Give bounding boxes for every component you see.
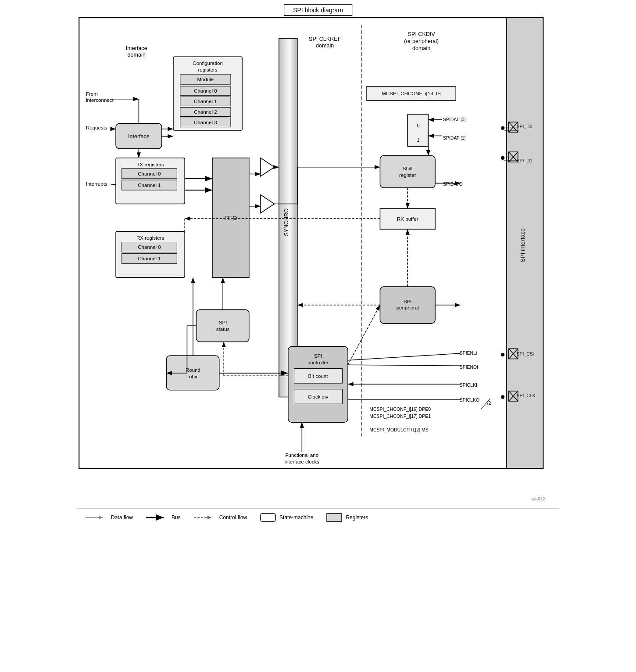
spiclki-label: SPICLKI <box>460 383 477 388</box>
svg-line-58 <box>348 353 461 360</box>
tx-ch1-label: Channel 1 <box>138 183 161 188</box>
svg-rect-99 <box>261 514 275 521</box>
rx-ch1-label: Channel 1 <box>138 256 161 261</box>
legend-state-machine: State-machine <box>260 513 313 522</box>
interface-domain-label2: domain <box>128 52 146 58</box>
svg-marker-26 <box>261 195 274 213</box>
state-machine-label: State-machine <box>279 514 313 521</box>
bus-label: Bus <box>172 514 181 521</box>
rx-ch0-label: Channel 0 <box>138 244 161 250</box>
interrupts-label: Interrupts <box>86 181 107 187</box>
spi-peripheral-label2: peripheral <box>397 305 419 310</box>
mux-0-label: 0 <box>417 123 419 128</box>
legend-registers: Registers <box>326 513 368 522</box>
mcspi16-label: MCSPI_CHCONF_i[16] DPE0 <box>369 407 431 412</box>
control-flow-label: Control flow <box>219 514 247 521</box>
rx-registers-label: RX registers <box>136 235 164 241</box>
svg-line-57 <box>348 305 380 365</box>
config-reg-label: Configuration <box>193 61 222 66</box>
spi-d0-label: SPI_D0 <box>517 124 532 129</box>
spi-clkref-label2: domain <box>316 43 334 49</box>
svg-rect-27 <box>196 309 249 341</box>
svg-point-72 <box>501 126 504 129</box>
spi-ckdiv-label3: domain <box>412 45 430 51</box>
diagram-wrapper: SPI block diagram SPI interface <box>77 4 559 526</box>
data-flow-label: Data flow <box>111 514 133 521</box>
shift-reg-label2: register <box>399 172 416 178</box>
bit-count-label: Bit count <box>308 374 329 379</box>
round-robin-label: Round <box>186 367 200 373</box>
spidati1-label: SPIDATI[1] <box>443 136 466 140</box>
spi-clkref-label: SPI CLKREF <box>309 36 341 42</box>
mcspi17-label: MCSPI_CHCONF_i[17] DPE1 <box>369 414 431 419</box>
ch0-config-label: Channel 0 <box>194 88 217 93</box>
functional-clocks-label2: interface clocks <box>285 459 320 464</box>
svg-rect-34 <box>380 156 435 188</box>
rx-buffer-label: RX buffer <box>397 216 418 222</box>
svg-line-59 <box>348 365 461 366</box>
spidati0-label: SPIDATI[0] <box>443 117 466 122</box>
diagram-title: SPI block diagram <box>284 4 352 16</box>
spi-ckdiv-label: SPI CKDIV <box>408 31 436 37</box>
svg-point-78 <box>501 156 504 160</box>
clock-div-label: Clock div <box>308 394 329 399</box>
interface-domain-label: Interface <box>126 45 147 51</box>
spi-interface-label: SPI interface <box>519 228 526 262</box>
legend-control-flow: Control flow <box>194 513 247 522</box>
tx-ch0-label: Channel 0 <box>138 171 161 176</box>
mcspi-modulctrl-label: MCSPI_MODULCTRL[2] MS <box>369 428 428 432</box>
from-interconnect2: interconnect <box>86 97 114 103</box>
spienli-label: SPIENLi <box>460 351 477 356</box>
registers-label: Registers <box>346 514 368 521</box>
synchro-label: SYNCHRO <box>283 208 289 236</box>
ch1-config-label: Channel 1 <box>194 99 217 104</box>
tx-registers-label: TX registers <box>137 162 164 167</box>
spi-clk-label: SPI_CLK <box>517 393 536 398</box>
round-robin-label2: robin <box>187 374 199 379</box>
module-label: Module <box>197 77 214 82</box>
spi-status-label: SPI <box>219 320 227 325</box>
spidato-label: SPIDATO <box>443 182 463 187</box>
functional-clocks-label: Functional and <box>286 453 319 458</box>
svg-rect-100 <box>327 514 342 521</box>
spi-csi-label: SPI_CSi <box>517 352 534 356</box>
diagram-svg: SPI interface <box>77 15 559 503</box>
spi-status-label2: status <box>216 327 230 332</box>
ch3-config-label: Channel 3 <box>194 120 217 125</box>
ch2-config-label: Channel 2 <box>194 109 217 115</box>
mcspi-chconf-is-label: MCSPI_CHCONF_i[18] IS <box>382 91 441 96</box>
svg-point-88 <box>501 395 504 399</box>
from-interconnect: From <box>86 91 98 97</box>
spi-controller-label2: controller <box>307 360 329 365</box>
legend-bus: Bus <box>146 513 181 522</box>
mux-1-label: 1 <box>417 137 419 143</box>
fifo-label: FIFO <box>225 215 237 221</box>
spienoi-label: SPIENOi <box>460 365 478 370</box>
svg-marker-25 <box>261 158 274 176</box>
requests-label: Requests <box>86 125 107 130</box>
spi-ckdiv-label2: (or peripheral) <box>404 38 439 44</box>
spiclko-label: SPICLKO <box>460 398 479 402</box>
diagram-id: spi-012 <box>530 496 546 501</box>
interface-box-label: Interface <box>128 133 150 140</box>
shift-reg-label: Shift <box>403 166 413 171</box>
svg-point-84 <box>501 353 504 356</box>
spi-peripheral-label: SPI <box>404 299 412 304</box>
spi-controller-label: SPI <box>314 353 322 359</box>
config-reg-label2: registers <box>198 67 217 72</box>
legend-data-flow: Data flow <box>86 513 133 522</box>
spi-d1-label: SPI_D1 <box>517 158 532 163</box>
